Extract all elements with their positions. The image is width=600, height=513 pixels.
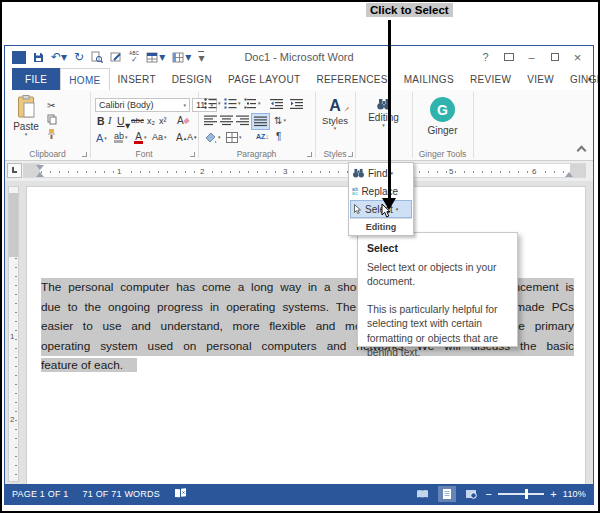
styles-button[interactable]: A Styles ▾ [315, 97, 355, 131]
right-indent-marker[interactable] [565, 172, 573, 177]
multilevel-list-icon[interactable]: ▾ [244, 98, 261, 109]
horizontal-ruler[interactable]: 1 2 3 5 6 [23, 163, 586, 178]
proofing-icon[interactable] [174, 488, 187, 501]
editing-button[interactable]: Editing ▾ [355, 98, 412, 128]
quick-edit-icon[interactable] [110, 51, 122, 63]
align-left-icon[interactable] [204, 115, 217, 126]
tab-design[interactable]: DESIGN [164, 68, 220, 90]
font-dialog-launcher[interactable] [190, 152, 195, 157]
superscript-button[interactable]: x² [159, 116, 167, 126]
styles-dialog-launcher[interactable] [348, 152, 353, 157]
page-indicator[interactable]: PAGE 1 OF 1 [12, 489, 69, 499]
tab-file[interactable]: FILE [12, 68, 60, 90]
menu-item-replace[interactable]: abac Replace [350, 182, 412, 200]
ruler-mark: 6 [530, 167, 538, 176]
align-right-icon[interactable] [236, 115, 249, 126]
print-preview-icon[interactable] [91, 51, 103, 63]
qat-customize-icon[interactable]: ▾ [198, 51, 204, 64]
redo-icon[interactable]: ↻ [74, 51, 84, 63]
tab-insert[interactable]: INSERT [110, 68, 164, 90]
tab-overflow-icon[interactable]: ▸ [588, 75, 592, 83]
clear-formatting-button[interactable]: A [177, 115, 189, 126]
underline-button[interactable]: U [117, 115, 125, 127]
zoom-slider[interactable] [498, 493, 544, 495]
format-painter-icon[interactable] [47, 128, 56, 140]
collapse-ribbon-icon[interactable] [577, 146, 587, 156]
underline-caret-icon[interactable]: ▾ [125, 120, 130, 131]
undo-icon[interactable]: ↶▾ [51, 51, 67, 63]
strikethrough-button[interactable]: abc [131, 116, 144, 125]
select-tooltip: Select Select text or objects in your do… [357, 232, 518, 347]
maximize-button[interactable] [543, 51, 566, 63]
zoom-in-button[interactable]: + [550, 489, 557, 500]
zoom-slider-thumb[interactable] [525, 489, 528, 499]
cut-icon[interactable]: ✂ [47, 100, 55, 111]
clipboard-dialog-launcher[interactable] [82, 152, 87, 157]
font-name-combobox[interactable]: Calibri (Body)▾ [95, 98, 190, 112]
word-logo-icon[interactable]: W [12, 51, 26, 64]
first-line-indent-marker[interactable] [36, 165, 44, 170]
line-spacing-icon[interactable]: ⇅▾ [274, 115, 286, 126]
tab-ginger[interactable]: GINGER [562, 68, 600, 90]
tab-page-layout[interactable]: PAGE LAYOUT [220, 68, 308, 90]
text-effects-button[interactable]: A▾ [96, 132, 107, 144]
status-bar: PAGE 1 OF 1 71 OF 71 WORDS − + 110% [5, 484, 593, 504]
tooltip-paragraph: Select text or objects in your document. [367, 261, 508, 290]
web-layout-icon[interactable] [462, 486, 480, 502]
ruler-mark: 3 [281, 167, 289, 176]
save-icon[interactable] [33, 52, 44, 63]
word-count[interactable]: 71 OF 71 WORDS [83, 489, 160, 499]
italic-button[interactable]: I [108, 115, 112, 126]
paste-button[interactable]: Paste ▾ [11, 95, 41, 137]
find-icon [352, 168, 365, 178]
ribbon-tab-row: FILE HOME INSERT DESIGN PAGE LAYOUT REFE… [5, 68, 593, 90]
styles-icon: A [329, 97, 341, 115]
font-group-label: Font [90, 149, 198, 159]
tab-review[interactable]: REVIEW [462, 68, 519, 90]
menu-footer-label: Editing [350, 218, 412, 234]
zoom-level[interactable]: 110% [563, 489, 586, 499]
read-mode-icon[interactable] [414, 486, 432, 502]
bullet-list-icon[interactable]: ▾ [204, 98, 221, 109]
numbered-list-icon[interactable]: ▾ [224, 98, 241, 109]
print-layout-icon[interactable] [438, 486, 456, 502]
menu-item-find[interactable]: Find▾ [350, 164, 412, 182]
align-center-icon[interactable] [220, 115, 233, 126]
ruler-mark: 2 [198, 167, 206, 176]
vertical-ruler[interactable]: 1 2 [8, 186, 19, 482]
decrease-indent-icon[interactable] [270, 98, 283, 109]
ribbon-display-options-button[interactable] [497, 51, 520, 63]
copy-icon[interactable] [47, 114, 57, 125]
bold-button[interactable]: B [97, 115, 105, 127]
text-highlight-button[interactable]: ab▾ [114, 131, 128, 143]
tab-mailings[interactable]: MAILINGS [396, 68, 462, 90]
close-button[interactable]: × [566, 50, 589, 65]
justify-icon[interactable] [251, 113, 270, 130]
change-case-button[interactable]: Aa▾ [152, 132, 167, 142]
font-color-button[interactable]: A▾ [134, 131, 147, 144]
tab-references[interactable]: REFERENCES [308, 68, 395, 90]
minimize-button[interactable]: – [520, 51, 543, 63]
sort-icon[interactable]: AZ↓ [256, 133, 269, 140]
paragraph-group-label: Paragraph [198, 149, 315, 159]
shading-icon[interactable]: ▾ [204, 132, 221, 143]
zoom-out-button[interactable]: − [486, 489, 493, 500]
ginger-button[interactable]: G Ginger [412, 97, 473, 136]
help-button[interactable]: ? [474, 51, 497, 63]
ginger-icon: G [430, 97, 455, 122]
tab-view[interactable]: VIEW [519, 68, 562, 90]
tab-selector[interactable] [7, 163, 22, 178]
subscript-button[interactable]: x₂ [147, 116, 155, 126]
increase-indent-icon[interactable] [290, 98, 303, 109]
shrink-font-button[interactable]: A▾ [187, 132, 197, 142]
pilcrow-icon[interactable]: ¶ [276, 131, 281, 142]
paragraph-dialog-launcher[interactable] [307, 152, 312, 157]
callout-arrowhead-icon [382, 198, 396, 210]
table-icon[interactable]: ▾ [146, 51, 165, 63]
borders-button-icon[interactable]: ▾ [226, 132, 242, 143]
borders-icon[interactable]: ▾ [172, 51, 191, 63]
spelling-icon[interactable]: ABC✓ [129, 52, 139, 62]
hanging-indent-marker[interactable] [36, 172, 44, 177]
tab-home[interactable]: HOME [60, 68, 109, 90]
grow-font-button[interactable]: A▴ [176, 132, 186, 143]
